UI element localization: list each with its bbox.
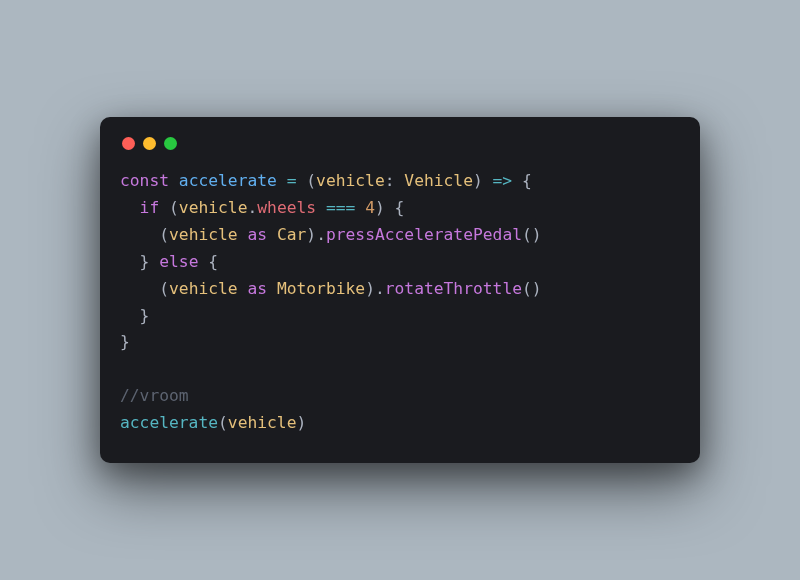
close-icon[interactable] xyxy=(122,137,135,150)
param-vehicle: vehicle xyxy=(316,171,385,190)
keyword-const: const xyxy=(120,171,169,190)
keyword-if: if xyxy=(140,198,160,217)
literal-4: 4 xyxy=(365,198,375,217)
keyword-else: else xyxy=(159,252,198,271)
window-titlebar xyxy=(120,133,680,168)
method-pressacceleratepedal: pressAcceleratePedal xyxy=(326,225,522,244)
type-vehicle: Vehicle xyxy=(404,171,473,190)
type-motorbike: Motorbike xyxy=(277,279,365,298)
maximize-icon[interactable] xyxy=(164,137,177,150)
code-block: const accelerate = (vehicle: Vehicle) =>… xyxy=(120,168,680,437)
prop-wheels: wheels xyxy=(257,198,316,217)
function-name: accelerate xyxy=(179,171,277,190)
method-rotatethrottle: rotateThrottle xyxy=(385,279,522,298)
minimize-icon[interactable] xyxy=(143,137,156,150)
comment-vroom: //vroom xyxy=(120,386,189,405)
code-window: const accelerate = (vehicle: Vehicle) =>… xyxy=(100,117,700,463)
type-car: Car xyxy=(277,225,306,244)
call-accelerate: accelerate xyxy=(120,413,218,432)
keyword-as: as xyxy=(247,225,267,244)
